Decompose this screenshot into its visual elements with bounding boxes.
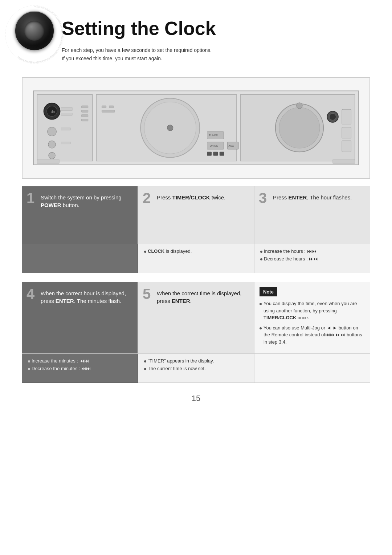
svg-text:AUX: AUX — [229, 145, 234, 147]
svg-rect-25 — [102, 110, 115, 112]
bullet-col-1 — [22, 244, 138, 273]
svg-text:TUNING: TUNING — [208, 145, 218, 147]
svg-rect-33 — [213, 152, 218, 155]
step-1-box: 1 Switch the system on by pressing POWER… — [22, 186, 138, 244]
step-2-content: Press TIMER/CLOCK twice. — [157, 194, 248, 201]
svg-point-36 — [279, 108, 320, 148]
bullet-increase-hours: Increase the hours : ⏮⏮ — [260, 248, 364, 254]
svg-point-11 — [49, 152, 55, 159]
bullet-dot-2 — [260, 251, 262, 253]
step-3-number: 3 — [259, 191, 267, 205]
svg-rect-19 — [81, 119, 88, 121]
bullet-increase-minutes: Increase the minutes : ⏮⏮ — [28, 358, 132, 364]
svg-rect-16 — [81, 106, 88, 108]
subtitle: For each step, you have a few seconds to… — [62, 46, 216, 62]
logo-image — [15, 11, 54, 51]
step-2-box: 2 Press TIMER/CLOCK twice. — [138, 186, 254, 244]
bullet2-col-2: "TIMER" appears in the display. The curr… — [138, 354, 254, 383]
note-header: Note — [260, 287, 277, 297]
header-text-block: Setting the Clock For each step, you hav… — [62, 15, 216, 62]
steps-row-2: 4 When the correct hour is displayed, pr… — [22, 282, 370, 354]
bullets-row-1: CLOCK is displayed. Increase the hours :… — [22, 244, 370, 273]
page-title: Setting the Clock — [62, 18, 216, 39]
svg-point-39 — [329, 113, 336, 120]
note-item-2: You can also use Multi-Jog or ◄ ► button… — [260, 324, 365, 346]
page-header: 0101010101010101010101010101010101010101… — [0, 0, 392, 70]
bullet-time-set: The current time is now set. — [144, 366, 248, 371]
bullet-dot-7 — [144, 368, 146, 370]
steps-row-1: 1 Switch the system on by pressing POWER… — [22, 186, 370, 244]
svg-rect-34 — [220, 152, 224, 155]
bullet-decrease-minutes: Decrease the minutes : ⏭⏭ — [28, 366, 132, 371]
bullet-dot-4 — [28, 360, 30, 362]
svg-rect-12 — [61, 108, 73, 110]
svg-rect-41 — [342, 127, 351, 138]
bullet-dot-5 — [28, 368, 30, 370]
svg-rect-18 — [81, 114, 88, 117]
svg-text:TUNER: TUNER — [209, 134, 218, 137]
step-1-content: Switch the system on by pressing POWER b… — [41, 194, 132, 209]
bullet-dot-3 — [260, 258, 262, 260]
step-3-content: Press ENTER. The hour flashes. — [273, 194, 364, 201]
svg-rect-44 — [333, 159, 355, 163]
svg-point-22 — [167, 125, 173, 131]
bullet-dot-6 — [144, 360, 146, 362]
bullet-clock-displayed: CLOCK is displayed. — [144, 248, 248, 254]
svg-rect-13 — [61, 113, 73, 115]
step-5-number: 5 — [143, 287, 151, 301]
svg-text:dn: dn — [51, 110, 55, 114]
step-5-box: 5 When the correct time is displayed, pr… — [138, 282, 254, 354]
svg-rect-17 — [81, 110, 88, 112]
bullet-timer-display: "TIMER" appears in the display. — [144, 358, 248, 364]
bullet-col-3: Increase the hours : ⏮⏮ Decrease the hou… — [254, 244, 370, 273]
svg-rect-14 — [61, 128, 70, 130]
bullet-decrease-hours: Decrease the hours : ⏭⏭ — [260, 256, 364, 262]
svg-rect-23 — [102, 106, 106, 108]
device-svg: dn TUNER TUNING AUX — [30, 85, 362, 171]
note-item-1: You can display the time, even when you … — [260, 300, 365, 321]
svg-point-37 — [297, 103, 302, 109]
svg-rect-42 — [342, 141, 351, 152]
svg-rect-24 — [109, 106, 114, 108]
svg-rect-15 — [61, 142, 70, 144]
step-4-number: 4 — [26, 287, 34, 301]
step-1-number: 1 — [26, 191, 34, 205]
step-5-content: When the correct time is displayed, pres… — [157, 289, 248, 305]
svg-rect-40 — [342, 109, 351, 124]
note-bullet-2 — [260, 327, 262, 329]
bullet2-col-1: Increase the minutes : ⏮⏮ Decrease the m… — [22, 354, 138, 383]
svg-rect-43 — [37, 159, 59, 163]
page-number: 15 — [0, 394, 392, 403]
svg-rect-32 — [207, 152, 212, 155]
bullet-col-2: CLOCK is displayed. — [138, 244, 254, 273]
bullet2-col-3 — [254, 354, 370, 383]
step-4-box: 4 When the correct hour is displayed, pr… — [22, 282, 138, 354]
svg-point-10 — [48, 141, 56, 148]
note-bullet-1 — [260, 303, 262, 305]
step-3-box: 3 Press ENTER. The hour flashes. — [254, 186, 370, 244]
step-4-content: When the correct hour is displayed, pres… — [41, 289, 132, 305]
bullet-dot — [144, 251, 146, 253]
svg-point-9 — [48, 127, 56, 136]
device-illustration-section: dn TUNER TUNING AUX — [22, 77, 370, 179]
bullets-row-2: Increase the minutes : ⏮⏮ Decrease the m… — [22, 354, 370, 383]
note-box: Note You can display the time, even when… — [254, 282, 370, 354]
step-2-number: 2 — [143, 191, 151, 205]
